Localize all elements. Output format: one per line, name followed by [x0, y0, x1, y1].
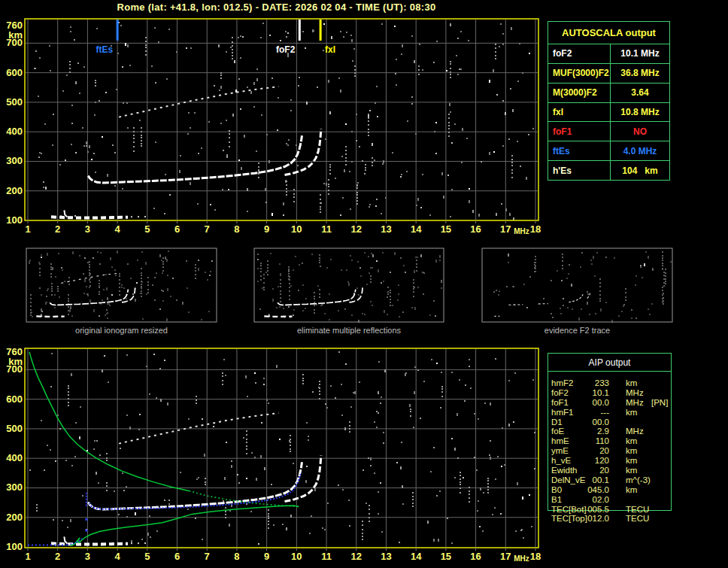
- parameter-value: 00.1: [564, 475, 609, 484]
- svg-text:4: 4: [115, 223, 121, 235]
- table-row: ftEs4.0 MHz: [548, 141, 669, 161]
- panel-evidence-f2-trace: [482, 248, 672, 323]
- parameter-label: MUF(3000)F2: [548, 64, 611, 83]
- svg-text:15: 15: [441, 551, 451, 562]
- parameter-value: 00.0: [564, 398, 609, 407]
- parameter-unit: MHz: [626, 388, 644, 397]
- svg-text:18: 18: [530, 223, 541, 235]
- parameter-value: 36.8 MHz: [611, 64, 669, 83]
- table-row: foF210.1 MHz: [548, 44, 669, 64]
- aip-row: Ewidth20km: [548, 466, 681, 475]
- parameter-unit: m^(-3): [626, 475, 651, 484]
- svg-text:1: 1: [25, 551, 30, 562]
- y-axis-unit: km: [8, 356, 23, 367]
- svg-text:13: 13: [381, 223, 391, 235]
- panel-eliminate-reflections: [254, 248, 444, 323]
- svg-text:600: 600: [6, 67, 23, 78]
- parameter-value: 233: [564, 378, 609, 387]
- aip-table-header: AIP output: [548, 357, 672, 368]
- svg-text:500: 500: [6, 96, 23, 108]
- parameter-value: 20: [564, 446, 609, 455]
- svg-text:16: 16: [470, 551, 481, 562]
- svg-text:9: 9: [264, 223, 269, 235]
- aip-row: TEC[Top]012.0TECU: [548, 514, 681, 524]
- svg-text:17: 17: [500, 551, 511, 562]
- parameter-value: 3.64: [611, 84, 669, 102]
- top-ionogram-plot: 123456789101112131415161718MHz7607006005…: [6, 19, 541, 235]
- svg-text:4: 4: [115, 551, 121, 562]
- table-row: h'Es104 km: [548, 161, 669, 180]
- parameter-value: ---: [564, 408, 609, 417]
- aip-table-rows: hmF2233kmfoF210.1MHzfoF100.0MHz[PN]hmF1-…: [548, 378, 681, 524]
- ionogram-traces: [51, 87, 321, 217]
- autoscala-output-table: AUTOSCALA output foF210.1 MHzMUF(3000)F2…: [548, 21, 670, 181]
- parameter-value: 110: [564, 436, 609, 445]
- svg-text:400: 400: [6, 126, 23, 137]
- aip-row: hmF1---km: [548, 408, 681, 418]
- svg-text:8: 8: [234, 223, 239, 235]
- ftes-marker-label: ftEs: [96, 44, 113, 55]
- panel-border: [482, 248, 672, 322]
- fof2-marker-label: foF2: [276, 44, 296, 55]
- bottom-ionogram-plot: 123456789101112131415161718MHz7607006005…: [6, 346, 541, 563]
- fof2-marker: foF2: [276, 20, 299, 55]
- parameter-unit: km: [626, 446, 637, 455]
- parameter-label: M(3000)F2: [548, 84, 611, 102]
- x-axis-unit: MHz: [514, 554, 529, 563]
- parameter-value: 10.1 MHz: [611, 44, 669, 63]
- svg-text:300: 300: [6, 481, 23, 493]
- station-title: Rome (lat: +41.8, lon: 012.5) - DATE: 20…: [0, 2, 553, 13]
- aip-row: hmE110km: [548, 436, 681, 446]
- svg-text:200: 200: [6, 512, 23, 523]
- x-axis-unit: MHz: [514, 227, 529, 235]
- svg-text:7: 7: [205, 223, 210, 235]
- aip-row: DelN_vE00.1m^(-3): [548, 475, 681, 485]
- parameter-value: 120: [564, 456, 609, 465]
- svg-text:6: 6: [174, 551, 180, 562]
- parameter-label: ftEs: [548, 141, 611, 160]
- parameter-label: foE: [551, 427, 564, 436]
- svg-text:8: 8: [234, 551, 239, 562]
- fxi-marker: fxI: [320, 20, 335, 55]
- svg-text:10: 10: [291, 551, 302, 562]
- parameter-unit: km: [626, 485, 637, 494]
- parameter-label: h'Es: [548, 161, 611, 180]
- svg-text:300: 300: [6, 155, 23, 166]
- svg-text:11: 11: [321, 551, 332, 562]
- svg-text:17: 17: [500, 223, 511, 235]
- parameter-label: D1: [551, 418, 563, 427]
- autoscala-table-header: AUTOSCALA output: [548, 22, 669, 44]
- panel-caption-evidence: evidence F2 trace: [482, 326, 672, 336]
- svg-text:18: 18: [530, 551, 541, 562]
- y-axis-labels: 760700600500400300200100km: [6, 20, 23, 226]
- svg-text:3: 3: [85, 551, 90, 562]
- svg-text:10: 10: [291, 223, 302, 235]
- noise-dots: [29, 351, 535, 546]
- parameter-value: NO: [611, 122, 669, 141]
- svg-text:100: 100: [6, 541, 23, 552]
- svg-text:500: 500: [6, 423, 23, 434]
- parameter-label: fxI: [548, 103, 611, 122]
- parameter-value: 104 km: [611, 161, 669, 180]
- svg-text:400: 400: [6, 452, 23, 463]
- aip-row: foF100.0MHz[PN]: [548, 398, 681, 408]
- panel-caption-eliminate: eliminate multiple reflections: [254, 326, 444, 336]
- parameter-unit: km: [626, 456, 637, 465]
- panel-original-ionogram: [26, 248, 217, 322]
- svg-text:5: 5: [144, 223, 150, 235]
- svg-text:14: 14: [411, 223, 422, 235]
- svg-text:6: 6: [174, 223, 180, 235]
- svg-text:200: 200: [6, 185, 23, 196]
- aip-row: foE2.9MHz: [548, 427, 681, 436]
- ionogram-traces: [28, 352, 321, 546]
- parameter-value: 2.9: [564, 427, 609, 436]
- table-row: fxI10.8 MHz: [548, 103, 669, 123]
- aip-row: D100.0: [548, 418, 681, 427]
- svg-text:7: 7: [205, 551, 210, 562]
- parameter-unit: km: [626, 378, 637, 387]
- table-row: M(3000)F23.64: [548, 84, 669, 103]
- aip-table-divider: [548, 371, 672, 372]
- parameter-value: 005.5: [564, 505, 609, 514]
- svg-text:9: 9: [264, 551, 269, 562]
- table-row: foF1NO: [548, 122, 669, 141]
